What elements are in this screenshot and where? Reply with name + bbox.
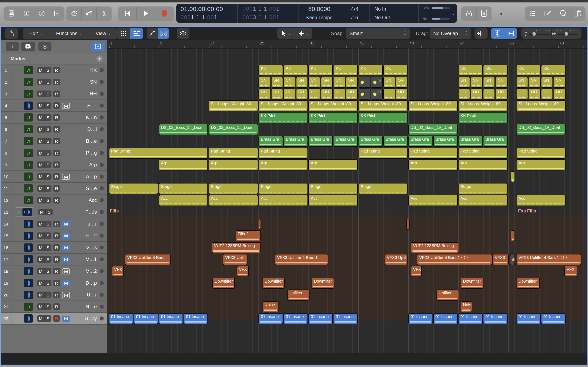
region-clip[interactable]: HH bbox=[259, 89, 270, 99]
mute-button[interactable]: M bbox=[37, 221, 44, 227]
region-clip[interactable] bbox=[406, 218, 410, 229]
region-clip[interactable]: KK bbox=[309, 65, 333, 76]
region-clip[interactable]: Brass Gra bbox=[259, 136, 283, 147]
region-clip[interactable]: SN bbox=[516, 77, 528, 87]
region-clip[interactable]: DS_02_Bass_1#_Dual bbox=[209, 124, 258, 135]
mute-button[interactable]: M bbox=[37, 268, 44, 275]
track-name[interactable]: V…s bbox=[86, 245, 97, 250]
duplicate-track-button[interactable]: + bbox=[21, 42, 35, 51]
region-clip[interactable]: 01 Insane bbox=[159, 313, 183, 324]
region-clip[interactable]: Stage bbox=[259, 183, 308, 194]
region-clip[interactable]: SL_Loops_Weight_80 bbox=[516, 100, 566, 111]
region-clip[interactable]: Stage bbox=[458, 183, 507, 194]
track-row[interactable]: 19MSR⋈D…p bbox=[1, 277, 107, 289]
region-clip[interactable]: Arp bbox=[408, 159, 458, 170]
record-enable-button[interactable]: R bbox=[53, 221, 60, 227]
solo-button[interactable]: S bbox=[44, 67, 52, 73]
region-clip[interactable]: Downfilter bbox=[262, 278, 285, 289]
flex-icon[interactable]: ⋈ bbox=[62, 244, 70, 250]
region-clip[interactable]: HH bbox=[346, 89, 358, 99]
solo-button[interactable]: S bbox=[44, 233, 52, 239]
region-clip[interactable] bbox=[511, 230, 515, 241]
region-clip[interactable]: Pad String bbox=[259, 148, 308, 158]
disclosure-triangle-icon[interactable]: ▼ bbox=[17, 211, 20, 213]
automation-icon[interactable] bbox=[147, 28, 158, 39]
solo-button[interactable]: S bbox=[44, 280, 52, 286]
region-clip[interactable]: SN bbox=[271, 77, 283, 87]
solo-button[interactable]: S bbox=[44, 79, 52, 85]
command-tool-button[interactable]: ⌄ bbox=[295, 28, 312, 39]
region-clip[interactable]: VFX3 Uplifter 4 Bars 1 bbox=[516, 254, 581, 265]
mute-button[interactable]: M bbox=[37, 138, 44, 144]
region-clip[interactable]: Downfilter bbox=[516, 278, 540, 289]
lcd-display[interactable]: 01:00:00:00.00 0001 1 1 001 0001 1 1 001… bbox=[176, 4, 457, 23]
solo-button[interactable]: S bbox=[44, 303, 52, 310]
solo-button[interactable]: S bbox=[44, 256, 52, 263]
go-to-beginning-button[interactable] bbox=[118, 7, 136, 20]
region-clip[interactable]: 01 Insane bbox=[516, 313, 541, 324]
track-row[interactable]: 9♫MSRArp bbox=[1, 159, 107, 171]
region-clip[interactable]: 01 Insane bbox=[433, 313, 458, 324]
track-name[interactable]: V…2 bbox=[86, 268, 97, 274]
region-clip[interactable]: Brass Gra bbox=[383, 136, 408, 147]
region-clip[interactable] bbox=[511, 171, 515, 182]
track-row[interactable]: 4MSR⋈S…t bbox=[1, 100, 107, 112]
folder-disclosure[interactable]: ▼ bbox=[15, 207, 34, 217]
vertical-auto-zoom-icon[interactable] bbox=[491, 28, 504, 39]
region-clip[interactable]: VFX3 Uplifter 4 Bars 1 bbox=[275, 254, 329, 265]
track-row[interactable]: 10♫MSR⋈A…p bbox=[1, 171, 107, 183]
track-row[interactable]: 11♫MSRS…e bbox=[1, 183, 107, 194]
region-clip[interactable]: SN bbox=[259, 77, 270, 87]
region-clip[interactable]: SL_Loops_Weight_80 bbox=[309, 100, 358, 111]
region-clip[interactable]: SN bbox=[296, 77, 308, 87]
region-clip[interactable]: VFX3 bbox=[493, 254, 509, 265]
region-clip[interactable]: SN bbox=[529, 77, 541, 87]
apple-loops-icon[interactable] bbox=[555, 7, 570, 20]
lcd-mode-chevron-icon[interactable]: ⌄ bbox=[452, 11, 455, 16]
play-button[interactable] bbox=[136, 7, 155, 20]
region-clip[interactable]: KK Pitch bbox=[259, 112, 308, 123]
region-clip[interactable]: Stage bbox=[358, 183, 407, 194]
region-clip[interactable]: DS_02_Bass_1#_Dual bbox=[408, 124, 458, 135]
region-clip[interactable]: Acc bbox=[408, 195, 458, 206]
mute-button[interactable]: M bbox=[37, 256, 44, 263]
region-clip[interactable]: Arp bbox=[159, 159, 208, 170]
region-clip[interactable]: HH bbox=[458, 89, 470, 99]
region-clip[interactable]: Pad String bbox=[516, 148, 566, 158]
flex-icon[interactable]: ⋈ bbox=[62, 315, 70, 322]
mute-button[interactable]: M bbox=[37, 315, 44, 322]
region-clip[interactable]: SL_Loops_Weight_80 bbox=[209, 100, 258, 111]
toolbar-overflow-chevrons[interactable]: » bbox=[499, 10, 502, 17]
region-clip[interactable]: Acc bbox=[159, 195, 208, 206]
region-clip[interactable]: Stage bbox=[109, 183, 158, 194]
region-clip[interactable]: Acc bbox=[309, 195, 358, 206]
region-clip[interactable]: SL_Loops_Weight_80 bbox=[408, 100, 458, 111]
region-clip[interactable]: HH bbox=[383, 89, 395, 99]
region-clip[interactable]: SL_Loops_Weight_80 bbox=[458, 100, 507, 111]
region-clip[interactable]: Stage bbox=[309, 183, 358, 194]
track-header-config-button[interactable] bbox=[91, 42, 104, 51]
region-clip[interactable]: SN bbox=[333, 77, 345, 87]
region-clip[interactable]: VUF2 128BPM Boxing bbox=[411, 242, 459, 253]
track-name[interactable]: u…r bbox=[87, 221, 97, 227]
track-name[interactable]: B…e bbox=[86, 138, 97, 144]
solo-button[interactable]: S bbox=[44, 315, 52, 322]
track-name[interactable]: P…g bbox=[86, 150, 97, 156]
record-enable-button[interactable]: R bbox=[53, 303, 60, 310]
add-track-button[interactable]: + bbox=[6, 42, 19, 51]
record-enable-button[interactable]: R bbox=[53, 185, 60, 192]
solo-button[interactable]: S bbox=[44, 197, 52, 203]
region-clip[interactable]: VFX bbox=[564, 266, 577, 277]
region-clip[interactable]: SL_Loops_Weight_80 bbox=[259, 100, 308, 111]
record-enable-button[interactable]: R bbox=[53, 197, 60, 203]
track-row[interactable]: 7♫MSRB…e bbox=[1, 135, 107, 147]
muted-region-clip[interactable]: S bbox=[371, 77, 383, 87]
region-clip[interactable]: Upfilter bbox=[287, 290, 310, 300]
region-clip[interactable]: Pad String bbox=[408, 148, 458, 158]
solo-header-button[interactable]: S bbox=[38, 42, 52, 51]
flex-icon[interactable]: ⋈ bbox=[62, 221, 70, 227]
region-clip[interactable]: Downfilter bbox=[311, 278, 334, 289]
back-arrow-button[interactable] bbox=[5, 28, 18, 39]
flex-icon[interactable]: ⋈ bbox=[62, 268, 70, 274]
region-clip[interactable]: Pad String bbox=[209, 148, 258, 158]
